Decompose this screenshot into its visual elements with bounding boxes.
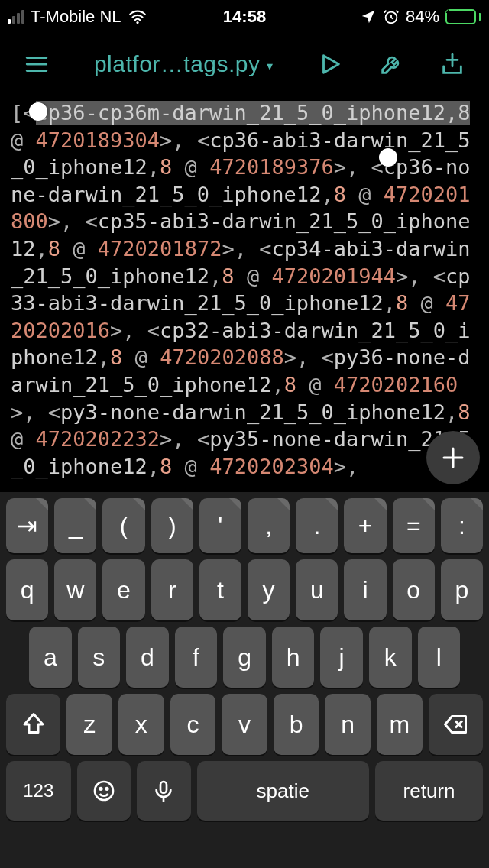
key-label: d (141, 643, 154, 672)
svg-point-14 (105, 788, 108, 790)
keyboard-row-zxcv: zxcvbnm (3, 694, 486, 755)
key-sym-)[interactable]: ) (151, 498, 193, 553)
key-sym-([interactable]: ( (102, 498, 144, 553)
key-switch-123[interactable]: 123 (6, 761, 71, 821)
menu-button[interactable] (21, 49, 52, 79)
alarm-icon (383, 8, 400, 25)
key-e[interactable]: e (102, 559, 144, 620)
key-b[interactable]: b (274, 694, 319, 755)
cellular-signal-icon (8, 10, 24, 24)
key-m[interactable]: m (377, 694, 423, 755)
key-label: s (92, 643, 105, 672)
key-label: ( (120, 512, 128, 540)
svg-point-0 (136, 21, 138, 24)
key-sym-:[interactable]: : (441, 498, 483, 553)
key-sym-'[interactable]: ' (199, 498, 241, 553)
key-label: p (455, 576, 469, 604)
key-p[interactable]: p (441, 559, 483, 620)
key-o[interactable]: o (393, 559, 435, 620)
key-w[interactable]: w (54, 559, 96, 620)
key-c[interactable]: c (170, 694, 216, 755)
fab-add-button[interactable] (426, 431, 480, 484)
key-label: _ (69, 512, 83, 540)
code-editor[interactable]: [<cp36-cp36m-darwin_21_5_0_iphone12,8 @ … (0, 92, 489, 492)
key-label: x (135, 711, 147, 739)
svg-point-13 (99, 788, 102, 790)
key-r[interactable]: r (151, 559, 193, 620)
key-space[interactable]: spatie (197, 761, 370, 821)
key-label: r (168, 576, 176, 604)
key-label: q (21, 576, 34, 604)
key-return[interactable]: return (375, 761, 483, 821)
key-sym-⇥[interactable]: ⇥ (6, 498, 48, 553)
keyboard-row-bottom: 123 spatie return (3, 761, 486, 821)
battery-percent: 84% (406, 7, 439, 27)
svg-rect-15 (160, 782, 167, 793)
wifi-icon (128, 7, 147, 27)
keyboard-row-qwerty: qwertyuiop (3, 559, 486, 620)
key-label: w (66, 576, 84, 604)
key-shift[interactable] (6, 694, 60, 755)
carrier-label: T-Mobile NL (31, 7, 121, 27)
svg-marker-5 (324, 56, 339, 73)
key-label: ' (218, 512, 222, 540)
key-label: h (287, 643, 300, 672)
virtual-keyboard: ⇥_()',.+=: qwertyuiop asdfghjkl zxcvbnm … (0, 492, 489, 868)
status-bar: T-Mobile NL 14:58 84% (0, 0, 489, 34)
key-label: u (310, 576, 324, 604)
key-t[interactable]: t (199, 559, 241, 620)
tools-button[interactable] (376, 49, 406, 79)
key-label: n (341, 711, 355, 739)
key-sym-.[interactable]: . (296, 498, 338, 553)
key-y[interactable]: y (248, 559, 290, 620)
key-dictation[interactable] (137, 761, 190, 821)
key-emoji[interactable] (77, 761, 131, 821)
key-u[interactable]: u (296, 559, 338, 620)
key-label: f (193, 643, 199, 672)
key-sym-+[interactable]: + (344, 498, 386, 553)
key-label: ) (168, 512, 176, 540)
key-h[interactable]: h (272, 627, 315, 688)
key-k[interactable]: k (369, 627, 412, 688)
key-g[interactable]: g (223, 627, 266, 688)
key-label: . (313, 512, 320, 540)
key-label: 123 (23, 780, 53, 802)
location-icon (360, 8, 377, 25)
key-v[interactable]: v (222, 694, 267, 755)
key-x[interactable]: x (118, 694, 164, 755)
key-label: j (339, 643, 345, 672)
key-label: i (362, 576, 368, 604)
keyboard-row-symbols: ⇥_()',.+=: (3, 498, 486, 553)
file-title-dropdown[interactable]: platfor…tags.py ▾ (76, 51, 290, 77)
key-q[interactable]: q (6, 559, 48, 620)
key-sym-_[interactable]: _ (54, 498, 96, 553)
key-sym-=[interactable]: = (393, 498, 435, 553)
key-f[interactable]: f (175, 627, 218, 688)
key-label: a (44, 643, 57, 672)
battery-icon (445, 9, 481, 24)
key-sym-,[interactable]: , (248, 498, 290, 553)
key-label: return (403, 779, 455, 803)
selection-handle-start[interactable] (29, 102, 47, 121)
key-label: c (186, 711, 199, 739)
chevron-down-icon: ▾ (267, 59, 274, 73)
key-d[interactable]: d (126, 627, 169, 688)
key-l[interactable]: l (418, 627, 461, 688)
selection-handle-end[interactable] (379, 148, 397, 167)
key-a[interactable]: a (29, 627, 72, 688)
key-label: b (290, 711, 303, 739)
key-j[interactable]: j (320, 627, 363, 688)
key-n[interactable]: n (325, 694, 371, 755)
key-label: spatie (257, 779, 309, 803)
key-label: m (389, 711, 410, 739)
status-right: 84% (360, 7, 481, 27)
key-i[interactable]: i (344, 559, 386, 620)
key-label: k (384, 643, 397, 672)
key-backspace[interactable] (429, 694, 483, 755)
key-label: = (406, 512, 421, 540)
run-button[interactable] (315, 49, 345, 79)
key-s[interactable]: s (78, 627, 121, 688)
key-z[interactable]: z (66, 694, 112, 755)
share-button[interactable] (437, 49, 468, 79)
key-label: v (238, 711, 251, 739)
